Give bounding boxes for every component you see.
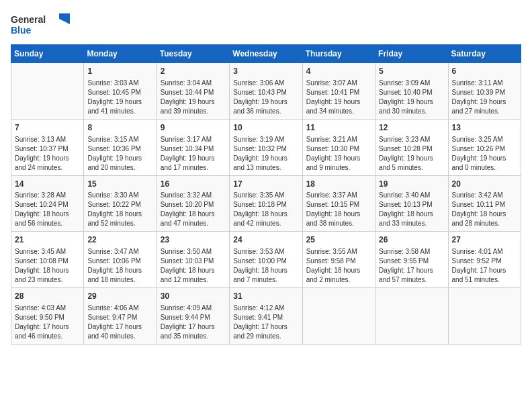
calendar-cell: 25Sunrise: 3:55 AM Sunset: 9:58 PM Dayli…: [302, 232, 375, 288]
calendar-cell: 30Sunrise: 4:09 AM Sunset: 9:44 PM Dayli…: [157, 288, 229, 345]
calendar-cell: 14Sunrise: 3:28 AM Sunset: 10:24 PM Dayl…: [11, 175, 84, 232]
day-info: Sunrise: 3:55 AM Sunset: 9:58 PM Dayligh…: [306, 247, 371, 285]
day-info: Sunrise: 4:12 AM Sunset: 9:41 PM Dayligh…: [233, 304, 298, 341]
column-header-friday: Friday: [375, 45, 448, 63]
calendar-week-row: 7Sunrise: 3:13 AM Sunset: 10:37 PM Dayli…: [11, 119, 521, 175]
column-header-tuesday: Tuesday: [157, 45, 229, 63]
day-info: Sunrise: 4:09 AM Sunset: 9:44 PM Dayligh…: [161, 304, 226, 341]
day-info: Sunrise: 3:15 AM Sunset: 10:36 PM Daylig…: [87, 135, 152, 173]
calendar-header-row: SundayMondayTuesdayWednesdayThursdayFrid…: [11, 45, 521, 63]
day-info: Sunrise: 3:42 AM Sunset: 10:11 PM Daylig…: [452, 191, 517, 228]
day-number: 25: [306, 234, 371, 246]
svg-text:General: General: [11, 14, 46, 25]
calendar-cell: [302, 288, 375, 345]
day-number: 21: [15, 234, 80, 246]
day-info: Sunrise: 3:28 AM Sunset: 10:24 PM Daylig…: [15, 191, 80, 228]
calendar-week-row: 21Sunrise: 3:45 AM Sunset: 10:08 PM Dayl…: [11, 232, 521, 288]
calendar-cell: 5Sunrise: 3:09 AM Sunset: 10:40 PM Dayli…: [375, 63, 448, 120]
day-info: Sunrise: 3:03 AM Sunset: 10:45 PM Daylig…: [87, 79, 152, 116]
day-number: 2: [161, 66, 226, 77]
day-number: 23: [161, 234, 226, 246]
calendar-cell: 18Sunrise: 3:37 AM Sunset: 10:15 PM Dayl…: [302, 175, 375, 232]
day-info: Sunrise: 4:03 AM Sunset: 9:50 PM Dayligh…: [15, 304, 80, 341]
day-number: 7: [15, 122, 80, 134]
day-info: Sunrise: 4:06 AM Sunset: 9:47 PM Dayligh…: [87, 304, 152, 341]
day-number: 17: [233, 179, 298, 190]
day-number: 10: [233, 122, 298, 134]
calendar-cell: 26Sunrise: 3:58 AM Sunset: 9:55 PM Dayli…: [375, 232, 448, 288]
day-number: 31: [233, 291, 298, 302]
day-info: Sunrise: 3:32 AM Sunset: 10:20 PM Daylig…: [161, 191, 226, 228]
calendar-cell: 9Sunrise: 3:17 AM Sunset: 10:34 PM Dayli…: [157, 119, 229, 175]
day-info: Sunrise: 3:21 AM Sunset: 10:30 PM Daylig…: [306, 135, 371, 173]
day-info: Sunrise: 3:19 AM Sunset: 10:32 PM Daylig…: [233, 135, 298, 173]
calendar-cell: 15Sunrise: 3:30 AM Sunset: 10:22 PM Dayl…: [84, 175, 157, 232]
calendar-cell: 12Sunrise: 3:23 AM Sunset: 10:28 PM Dayl…: [375, 119, 448, 175]
logo: GeneralBlue: [11, 11, 71, 38]
day-number: 20: [452, 179, 517, 190]
calendar-cell: 6Sunrise: 3:11 AM Sunset: 10:39 PM Dayli…: [448, 63, 521, 120]
column-header-monday: Monday: [84, 45, 157, 63]
day-info: Sunrise: 3:45 AM Sunset: 10:08 PM Daylig…: [15, 247, 80, 285]
day-info: Sunrise: 4:01 AM Sunset: 9:52 PM Dayligh…: [452, 247, 517, 285]
calendar-week-row: 14Sunrise: 3:28 AM Sunset: 10:24 PM Dayl…: [11, 175, 521, 232]
calendar-cell: 23Sunrise: 3:50 AM Sunset: 10:03 PM Dayl…: [157, 232, 229, 288]
day-number: 3: [233, 66, 298, 77]
day-info: Sunrise: 3:06 AM Sunset: 10:43 PM Daylig…: [233, 79, 298, 116]
day-number: 4: [306, 66, 371, 77]
day-number: 24: [233, 234, 298, 246]
day-info: Sunrise: 3:50 AM Sunset: 10:03 PM Daylig…: [161, 247, 226, 285]
day-number: 16: [161, 179, 226, 190]
day-info: Sunrise: 3:58 AM Sunset: 9:55 PM Dayligh…: [379, 247, 444, 285]
calendar-cell: 31Sunrise: 4:12 AM Sunset: 9:41 PM Dayli…: [230, 288, 302, 345]
day-number: 18: [306, 179, 371, 190]
calendar-cell: [375, 288, 448, 345]
logo-svg: GeneralBlue: [11, 11, 71, 38]
calendar-week-row: 1Sunrise: 3:03 AM Sunset: 10:45 PM Dayli…: [11, 63, 521, 120]
day-number: 19: [379, 179, 444, 190]
calendar-cell: 20Sunrise: 3:42 AM Sunset: 10:11 PM Dayl…: [448, 175, 521, 232]
calendar-cell: 21Sunrise: 3:45 AM Sunset: 10:08 PM Dayl…: [11, 232, 84, 288]
day-number: 6: [452, 66, 517, 77]
calendar-week-row: 28Sunrise: 4:03 AM Sunset: 9:50 PM Dayli…: [11, 288, 521, 345]
calendar-cell: 3Sunrise: 3:06 AM Sunset: 10:43 PM Dayli…: [230, 63, 302, 120]
header: GeneralBlue: [11, 11, 521, 38]
svg-marker-2: [59, 13, 70, 24]
day-number: 28: [15, 291, 80, 302]
day-info: Sunrise: 3:04 AM Sunset: 10:44 PM Daylig…: [161, 79, 226, 116]
calendar-cell: 8Sunrise: 3:15 AM Sunset: 10:36 PM Dayli…: [84, 119, 157, 175]
day-info: Sunrise: 3:11 AM Sunset: 10:39 PM Daylig…: [452, 79, 517, 116]
day-info: Sunrise: 3:37 AM Sunset: 10:15 PM Daylig…: [306, 191, 371, 228]
day-number: 30: [161, 291, 226, 302]
day-number: 27: [452, 234, 517, 246]
day-number: 5: [379, 66, 444, 77]
svg-text:Blue: Blue: [11, 25, 32, 36]
day-info: Sunrise: 3:07 AM Sunset: 10:41 PM Daylig…: [306, 79, 371, 116]
day-info: Sunrise: 3:40 AM Sunset: 10:13 PM Daylig…: [379, 191, 444, 228]
calendar-cell: 4Sunrise: 3:07 AM Sunset: 10:41 PM Dayli…: [302, 63, 375, 120]
calendar-cell: 27Sunrise: 4:01 AM Sunset: 9:52 PM Dayli…: [448, 232, 521, 288]
calendar-cell: 16Sunrise: 3:32 AM Sunset: 10:20 PM Dayl…: [157, 175, 229, 232]
calendar-cell: 24Sunrise: 3:53 AM Sunset: 10:00 PM Dayl…: [230, 232, 302, 288]
day-number: 29: [87, 291, 152, 302]
day-number: 12: [379, 122, 444, 134]
calendar-cell: 19Sunrise: 3:40 AM Sunset: 10:13 PM Dayl…: [375, 175, 448, 232]
calendar-cell: 22Sunrise: 3:47 AM Sunset: 10:06 PM Dayl…: [84, 232, 157, 288]
day-number: 14: [15, 179, 80, 190]
calendar-cell: [448, 288, 521, 345]
day-number: 9: [161, 122, 226, 134]
calendar-cell: [11, 63, 84, 120]
calendar-cell: 13Sunrise: 3:25 AM Sunset: 10:26 PM Dayl…: [448, 119, 521, 175]
day-number: 15: [87, 179, 152, 190]
day-number: 8: [87, 122, 152, 134]
day-number: 13: [452, 122, 517, 134]
day-info: Sunrise: 3:30 AM Sunset: 10:22 PM Daylig…: [87, 191, 152, 228]
calendar-table: SundayMondayTuesdayWednesdayThursdayFrid…: [11, 44, 521, 345]
calendar-cell: 17Sunrise: 3:35 AM Sunset: 10:18 PM Dayl…: [230, 175, 302, 232]
day-number: 1: [87, 66, 152, 77]
calendar-cell: 29Sunrise: 4:06 AM Sunset: 9:47 PM Dayli…: [84, 288, 157, 345]
day-info: Sunrise: 3:53 AM Sunset: 10:00 PM Daylig…: [233, 247, 298, 285]
day-number: 26: [379, 234, 444, 246]
day-number: 22: [87, 234, 152, 246]
calendar-cell: 7Sunrise: 3:13 AM Sunset: 10:37 PM Dayli…: [11, 119, 84, 175]
